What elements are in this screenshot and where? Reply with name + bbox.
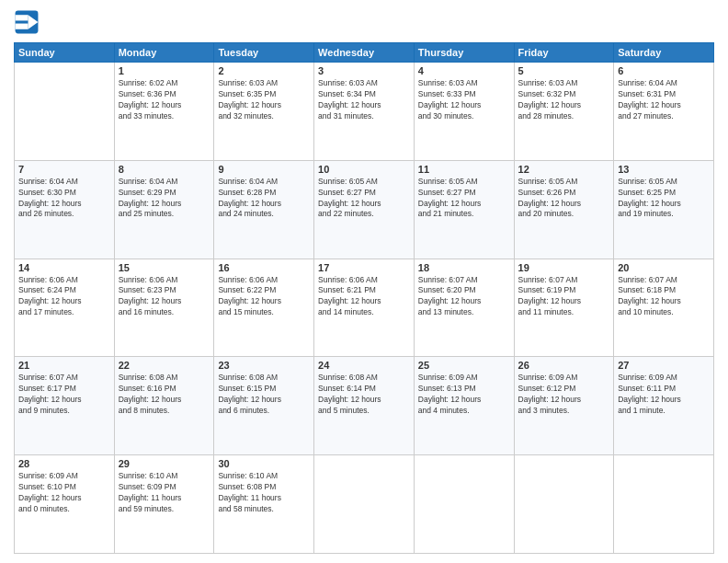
day-number: 18 — [418, 262, 510, 273]
calendar-cell: 27Sunrise: 6:09 AMSunset: 6:11 PMDayligh… — [614, 357, 714, 455]
calendar-cell: 26Sunrise: 6:09 AMSunset: 6:12 PMDayligh… — [514, 357, 614, 455]
calendar-week-4: 21Sunrise: 6:07 AMSunset: 6:17 PMDayligh… — [15, 357, 714, 455]
calendar-cell — [314, 455, 415, 554]
day-number: 24 — [318, 360, 410, 371]
day-number: 8 — [119, 164, 210, 175]
calendar-cell: 9Sunrise: 6:04 AMSunset: 6:28 PMDaylight… — [214, 160, 314, 259]
day-number: 13 — [618, 164, 710, 175]
day-number: 10 — [318, 164, 410, 175]
day-info: Sunrise: 6:07 AMSunset: 6:20 PMDaylight:… — [418, 275, 510, 319]
day-info: Sunrise: 6:04 AMSunset: 6:31 PMDaylight:… — [618, 78, 710, 122]
calendar-cell: 15Sunrise: 6:06 AMSunset: 6:23 PMDayligh… — [114, 259, 214, 357]
calendar-week-5: 28Sunrise: 6:09 AMSunset: 6:10 PMDayligh… — [15, 455, 714, 554]
day-info: Sunrise: 6:07 AMSunset: 6:19 PMDaylight:… — [518, 275, 610, 319]
svg-rect-3 — [16, 24, 28, 29]
calendar-cell: 21Sunrise: 6:07 AMSunset: 6:17 PMDayligh… — [15, 357, 115, 455]
day-number: 9 — [218, 164, 310, 175]
day-number: 2 — [218, 65, 310, 76]
calendar-cell: 24Sunrise: 6:08 AMSunset: 6:14 PMDayligh… — [314, 357, 415, 455]
calendar-cell: 18Sunrise: 6:07 AMSunset: 6:20 PMDayligh… — [414, 259, 514, 357]
calendar-cell: 8Sunrise: 6:04 AMSunset: 6:29 PMDaylight… — [114, 160, 214, 259]
day-info: Sunrise: 6:04 AMSunset: 6:29 PMDaylight:… — [119, 177, 210, 221]
day-info: Sunrise: 6:05 AMSunset: 6:27 PMDaylight:… — [418, 177, 510, 221]
day-number: 5 — [518, 65, 610, 76]
day-number: 7 — [18, 164, 110, 175]
day-number: 19 — [518, 262, 610, 273]
day-info: Sunrise: 6:09 AMSunset: 6:10 PMDaylight:… — [18, 471, 110, 515]
calendar-cell: 6Sunrise: 6:04 AMSunset: 6:31 PMDaylight… — [614, 63, 714, 161]
day-info: Sunrise: 6:05 AMSunset: 6:27 PMDaylight:… — [318, 177, 410, 221]
day-number: 12 — [518, 164, 610, 175]
day-info: Sunrise: 6:02 AMSunset: 6:36 PMDaylight:… — [119, 78, 210, 122]
day-number: 20 — [618, 262, 710, 273]
logo-icon — [14, 9, 40, 35]
calendar-cell: 2Sunrise: 6:03 AMSunset: 6:35 PMDaylight… — [214, 63, 314, 161]
logo — [14, 9, 43, 35]
calendar-cell: 17Sunrise: 6:06 AMSunset: 6:21 PMDayligh… — [314, 259, 415, 357]
day-number: 14 — [18, 262, 110, 273]
calendar-cell — [414, 455, 514, 554]
calendar-cell: 11Sunrise: 6:05 AMSunset: 6:27 PMDayligh… — [414, 160, 514, 259]
day-info: Sunrise: 6:09 AMSunset: 6:13 PMDaylight:… — [418, 373, 510, 417]
day-header-wednesday: Wednesday — [314, 43, 415, 63]
day-info: Sunrise: 6:08 AMSunset: 6:15 PMDaylight:… — [218, 373, 310, 417]
calendar-cell — [514, 455, 614, 554]
day-header-saturday: Saturday — [614, 43, 714, 63]
calendar-cell: 4Sunrise: 6:03 AMSunset: 6:33 PMDaylight… — [414, 63, 514, 161]
day-info: Sunrise: 6:03 AMSunset: 6:34 PMDaylight:… — [318, 78, 410, 122]
day-number: 23 — [218, 360, 310, 371]
calendar-cell: 25Sunrise: 6:09 AMSunset: 6:13 PMDayligh… — [414, 357, 514, 455]
calendar-week-2: 7Sunrise: 6:04 AMSunset: 6:30 PMDaylight… — [15, 160, 714, 259]
day-info: Sunrise: 6:05 AMSunset: 6:26 PMDaylight:… — [518, 177, 610, 221]
day-number: 29 — [119, 458, 210, 469]
day-number: 28 — [18, 458, 110, 469]
day-number: 4 — [418, 65, 510, 76]
day-info: Sunrise: 6:09 AMSunset: 6:11 PMDaylight:… — [618, 373, 710, 417]
header-row: SundayMondayTuesdayWednesdayThursdayFrid… — [15, 43, 714, 63]
day-header-tuesday: Tuesday — [214, 43, 314, 63]
calendar-cell: 16Sunrise: 6:06 AMSunset: 6:22 PMDayligh… — [214, 259, 314, 357]
day-info: Sunrise: 6:06 AMSunset: 6:23 PMDaylight:… — [119, 275, 210, 319]
day-header-monday: Monday — [114, 43, 214, 63]
day-info: Sunrise: 6:04 AMSunset: 6:30 PMDaylight:… — [18, 177, 110, 221]
day-info: Sunrise: 6:05 AMSunset: 6:25 PMDaylight:… — [618, 177, 710, 221]
day-info: Sunrise: 6:06 AMSunset: 6:22 PMDaylight:… — [218, 275, 310, 319]
calendar-cell: 30Sunrise: 6:10 AMSunset: 6:08 PMDayligh… — [214, 455, 314, 554]
calendar-cell: 28Sunrise: 6:09 AMSunset: 6:10 PMDayligh… — [15, 455, 115, 554]
day-number: 6 — [618, 65, 710, 76]
calendar-cell: 19Sunrise: 6:07 AMSunset: 6:19 PMDayligh… — [514, 259, 614, 357]
day-number: 3 — [318, 65, 410, 76]
day-info: Sunrise: 6:08 AMSunset: 6:14 PMDaylight:… — [318, 373, 410, 417]
calendar-cell: 10Sunrise: 6:05 AMSunset: 6:27 PMDayligh… — [314, 160, 415, 259]
day-header-friday: Friday — [514, 43, 614, 63]
day-number: 25 — [418, 360, 510, 371]
calendar-cell: 22Sunrise: 6:08 AMSunset: 6:16 PMDayligh… — [114, 357, 214, 455]
day-info: Sunrise: 6:03 AMSunset: 6:33 PMDaylight:… — [418, 78, 510, 122]
calendar-cell: 13Sunrise: 6:05 AMSunset: 6:25 PMDayligh… — [614, 160, 714, 259]
day-number: 16 — [218, 262, 310, 273]
calendar-cell: 7Sunrise: 6:04 AMSunset: 6:30 PMDaylight… — [15, 160, 115, 259]
calendar-cell: 23Sunrise: 6:08 AMSunset: 6:15 PMDayligh… — [214, 357, 314, 455]
day-info: Sunrise: 6:03 AMSunset: 6:32 PMDaylight:… — [518, 78, 610, 122]
calendar-cell: 1Sunrise: 6:02 AMSunset: 6:36 PMDaylight… — [114, 63, 214, 161]
calendar-week-3: 14Sunrise: 6:06 AMSunset: 6:24 PMDayligh… — [15, 259, 714, 357]
calendar-table: SundayMondayTuesdayWednesdayThursdayFrid… — [14, 42, 714, 554]
svg-rect-2 — [16, 15, 28, 20]
day-info: Sunrise: 6:06 AMSunset: 6:21 PMDaylight:… — [318, 275, 410, 319]
day-number: 21 — [18, 360, 110, 371]
day-number: 11 — [418, 164, 510, 175]
page: SundayMondayTuesdayWednesdayThursdayFrid… — [0, 0, 728, 563]
day-info: Sunrise: 6:09 AMSunset: 6:12 PMDaylight:… — [518, 373, 610, 417]
day-header-sunday: Sunday — [15, 43, 115, 63]
day-info: Sunrise: 6:08 AMSunset: 6:16 PMDaylight:… — [119, 373, 210, 417]
calendar-week-1: 1Sunrise: 6:02 AMSunset: 6:36 PMDaylight… — [15, 63, 714, 161]
day-info: Sunrise: 6:07 AMSunset: 6:18 PMDaylight:… — [618, 275, 710, 319]
day-info: Sunrise: 6:10 AMSunset: 6:09 PMDaylight:… — [119, 471, 210, 515]
day-header-thursday: Thursday — [414, 43, 514, 63]
day-number: 17 — [318, 262, 410, 273]
calendar-cell: 20Sunrise: 6:07 AMSunset: 6:18 PMDayligh… — [614, 259, 714, 357]
day-number: 30 — [218, 458, 310, 469]
day-info: Sunrise: 6:03 AMSunset: 6:35 PMDaylight:… — [218, 78, 310, 122]
calendar-cell: 29Sunrise: 6:10 AMSunset: 6:09 PMDayligh… — [114, 455, 214, 554]
day-number: 26 — [518, 360, 610, 371]
